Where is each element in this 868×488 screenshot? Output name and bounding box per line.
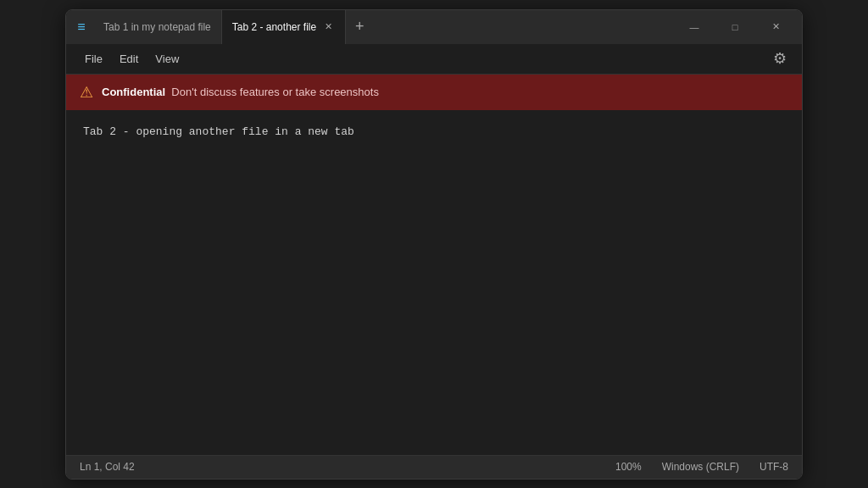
tab-1-label: Tab 1 in my notepad file bbox=[103, 21, 211, 33]
app-window: ≡ Tab 1 in my notepad file Tab 2 - anoth… bbox=[65, 9, 803, 480]
menu-edit[interactable]: Edit bbox=[111, 49, 147, 69]
minimize-button[interactable]: — bbox=[675, 14, 714, 41]
banner-label: Confidential bbox=[102, 86, 165, 98]
menu-file[interactable]: File bbox=[76, 49, 111, 69]
menu-bar-right: ⚙ bbox=[768, 47, 792, 70]
window-controls: — □ ✕ bbox=[675, 14, 795, 41]
menu-view[interactable]: View bbox=[147, 49, 187, 69]
status-zoom: 100% bbox=[615, 461, 642, 473]
status-position: Ln 1, Col 42 bbox=[80, 461, 135, 473]
tab-2[interactable]: Tab 2 - another file ✕ bbox=[222, 10, 346, 44]
editor-content: Tab 2 - opening another file in a new ta… bbox=[83, 124, 785, 141]
app-icon: ≡ bbox=[73, 19, 90, 36]
status-line-ending: Windows (CRLF) bbox=[662, 461, 739, 473]
confidential-banner: ⚠ Confidential Don't discuss features or… bbox=[66, 75, 802, 110]
tab-1[interactable]: Tab 1 in my notepad file bbox=[93, 10, 222, 44]
warning-icon: ⚠ bbox=[80, 83, 93, 102]
settings-icon[interactable]: ⚙ bbox=[768, 47, 792, 70]
editor-area[interactable]: Tab 2 - opening another file in a new ta… bbox=[66, 110, 802, 455]
maximize-button[interactable]: □ bbox=[715, 14, 754, 41]
status-bar: Ln 1, Col 42 100% Windows (CRLF) UTF-8 bbox=[66, 455, 802, 479]
new-tab-button[interactable]: + bbox=[346, 10, 373, 44]
menu-bar: File Edit View ⚙ bbox=[66, 44, 802, 75]
banner-message: Don't discuss features or take screensho… bbox=[171, 86, 379, 98]
status-encoding: UTF-8 bbox=[760, 461, 788, 473]
tabs-container: Tab 1 in my notepad file Tab 2 - another… bbox=[93, 10, 675, 44]
banner-text: Confidential Don't discuss features or t… bbox=[102, 86, 379, 98]
close-button[interactable]: ✕ bbox=[756, 14, 795, 41]
title-bar: ≡ Tab 1 in my notepad file Tab 2 - anoth… bbox=[66, 10, 802, 44]
tab-2-label: Tab 2 - another file bbox=[232, 21, 316, 33]
tab-2-close-button[interactable]: ✕ bbox=[321, 20, 335, 34]
